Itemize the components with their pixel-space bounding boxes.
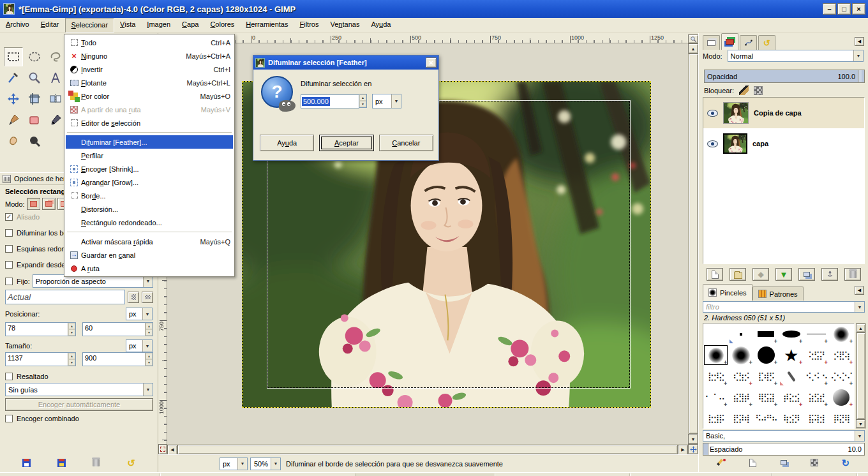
menu-item-a-ruta[interactable]: A ruta xyxy=(66,262,233,275)
brush-cell-line[interactable]: + xyxy=(804,324,828,345)
brush-cell-noise2[interactable]: ⣟⡽⢾ xyxy=(728,408,753,429)
tab-undo-history[interactable]: ↺ xyxy=(758,35,775,50)
raise-layer-button[interactable]: ◆ xyxy=(752,268,769,281)
menu-item-ninguno[interactable]: ×NingunoMayús+Ctrl+A xyxy=(66,49,233,63)
duplicate-brush-icon[interactable] xyxy=(777,457,790,468)
brush-cell-dots2[interactable]: ⢌⠢⡑⠌+ xyxy=(829,366,854,387)
brush-cell-splatter3[interactable]: ⣗⡺⣕+ xyxy=(703,366,728,387)
duplicate-layer-button[interactable] xyxy=(798,268,815,281)
menu-herramientas[interactable]: Herramientas xyxy=(240,18,294,33)
opacity-slider[interactable]: Opacidad 100.0 xyxy=(704,70,865,83)
menu-item-borde[interactable]: Borde... xyxy=(66,189,233,202)
new-brush-icon[interactable] xyxy=(747,457,760,468)
brush-cell-soft-big[interactable]: + xyxy=(728,345,753,366)
scroll-right-button[interactable]: ▶ xyxy=(678,445,688,455)
brush-cell-splatter5[interactable]: ⣏⢾⡫+ xyxy=(754,366,779,387)
status-zoom-combo[interactable]: 50%▼ xyxy=(250,457,281,470)
tab-brushes[interactable]: Pinceles xyxy=(703,284,752,301)
tool-ink[interactable] xyxy=(46,110,65,130)
delete-layer-button[interactable] xyxy=(844,268,861,281)
delete-brush-icon[interactable] xyxy=(808,457,821,468)
brush-cell-splatter2[interactable]: ⡪⣟⢵+ xyxy=(829,345,854,366)
brush-cell-star[interactable]: ★+ xyxy=(779,345,804,366)
scroll-up-button[interactable]: ▲ xyxy=(688,43,698,54)
guides-combo[interactable]: Sin guías▼ xyxy=(5,383,153,396)
menu-item-rectángulo-redondeado[interactable]: Rectángulo redondeado... xyxy=(66,216,233,229)
menu-item-difuminar-feather[interactable]: Difuminar [Feather]... xyxy=(66,135,233,149)
landscape-button[interactable] xyxy=(142,292,153,303)
brush-cell-texture1[interactable]: ⣵⣫⣞+ xyxy=(804,387,828,408)
mode-replace-button[interactable] xyxy=(27,198,40,210)
layer-group-button[interactable] xyxy=(730,268,746,281)
brush-cell[interactable] xyxy=(703,324,728,345)
portrait-button[interactable] xyxy=(128,292,139,303)
maximize-button[interactable]: □ xyxy=(837,3,851,15)
brush-cell-noise3[interactable]: ⢷⣪⡻ xyxy=(779,408,804,429)
brush-cell-dot[interactable] xyxy=(728,324,753,345)
menu-item-por-color[interactable]: Por colorMayús+O xyxy=(66,89,233,103)
brush-scrollbar[interactable]: ▲ ▼ xyxy=(856,323,866,429)
fixed-checkbox[interactable] xyxy=(5,278,13,285)
tool-smudge[interactable] xyxy=(4,131,23,151)
brush-cell-dots1[interactable]: ⠪⡐⠅⠢+ xyxy=(804,366,828,387)
menu-imagen[interactable]: Imagen xyxy=(141,18,176,33)
spacing-slider[interactable]: Espaciado 10.0 xyxy=(703,443,865,456)
scroll-down-button[interactable]: ▼ xyxy=(688,434,698,444)
menu-item-guardar-en-canal[interactable]: Guardar en canal xyxy=(66,248,233,262)
horizontal-scrollbar[interactable]: ◀ ▶ xyxy=(167,444,688,454)
brush-cell-ellipse[interactable]: + xyxy=(779,324,804,345)
lock-alpha-icon[interactable] xyxy=(754,86,763,95)
tool-rectangle-select[interactable] xyxy=(4,47,23,66)
auto-shrink-button[interactable]: Encoger automáticamente xyxy=(5,398,153,411)
brush-cell-sparse[interactable]: ⠂⠈⠠⠄+ xyxy=(703,387,728,408)
size-width-input[interactable]: 1137▲▼ xyxy=(5,352,76,366)
refresh-brushes-icon[interactable]: ↻ xyxy=(839,457,852,468)
horizontal-scroll-thumb[interactable] xyxy=(177,445,678,454)
layer-name[interactable]: Copia de capa xyxy=(754,109,802,117)
opacity-grip[interactable] xyxy=(858,70,862,82)
minimize-button[interactable]: – xyxy=(823,3,836,15)
new-layer-button[interactable] xyxy=(707,268,723,281)
tool-ellipse-select[interactable] xyxy=(25,47,44,66)
position-unit-combo[interactable]: px▼ xyxy=(126,308,153,320)
brush-cell-noise4[interactable]: ⣯⢽⣺ xyxy=(804,408,828,429)
brush-cell-cells2[interactable]: ⢿⣫⣽+ xyxy=(754,387,779,408)
tool-zoom[interactable] xyxy=(25,68,44,87)
brush-scroll-down[interactable]: ▼ xyxy=(856,419,865,428)
save-options-icon[interactable] xyxy=(20,457,33,468)
tool-dodge-burn[interactable] xyxy=(25,131,44,151)
feather-unit-combo[interactable]: px▼ xyxy=(372,94,401,108)
menu-item-activar-máscara-rápida[interactable]: Activar máscara rápidaMayús+Q xyxy=(66,235,233,248)
rounded-corners-checkbox[interactable]: Esquinas redonde xyxy=(5,245,73,253)
menu-item-encoger-shrink[interactable]: Encoger [Shrink]... xyxy=(66,162,233,175)
restore-options-icon[interactable] xyxy=(55,457,68,468)
ayuda-button[interactable]: Ayuda xyxy=(260,135,314,151)
highlight-checkbox[interactable]: Resaltado xyxy=(5,373,49,380)
mode-add-button[interactable] xyxy=(42,198,56,210)
feather-amount-input[interactable]: 500.000 xyxy=(301,94,359,108)
aceptar-button[interactable]: Aceptar xyxy=(319,135,373,151)
layer-row[interactable]: Copia de capa xyxy=(703,98,864,128)
tool-flip[interactable] xyxy=(46,89,65,108)
layer-row[interactable]: capa xyxy=(703,128,864,159)
layer-name[interactable]: capa xyxy=(752,140,768,147)
brush-group-combo[interactable]: Basic,▼ xyxy=(703,430,865,442)
cancelar-button[interactable]: Cancelar xyxy=(379,135,433,151)
status-unit-combo[interactable]: px▼ xyxy=(220,457,248,470)
brush-cell-noise5[interactable]: ⡿⣝⢿ xyxy=(829,408,854,429)
lower-layer-button[interactable]: ▼ xyxy=(775,268,792,281)
feather-edges-checkbox[interactable]: Difuminar los bor xyxy=(5,229,70,237)
zoom-follow-window-toggle[interactable] xyxy=(688,34,698,43)
brush-cell-soft[interactable]: + xyxy=(703,345,728,366)
tool-measure[interactable] xyxy=(46,68,65,87)
horizontal-ruler[interactable]: 025050075010001250 xyxy=(167,34,688,43)
brush-cell-cells1[interactable]: ⣮⣻⡾+ xyxy=(728,387,753,408)
menu-seleccionar[interactable]: Seleccionar xyxy=(65,18,115,33)
menu-item-agrandar-grow[interactable]: Agrandar [Grow]... xyxy=(66,175,233,189)
menu-item-a-partir-de-una-ruta[interactable]: A partir de una rutaMayús+V xyxy=(66,103,233,116)
vertical-scroll-thumb[interactable] xyxy=(689,54,698,434)
menu-item-distorsión[interactable]: Distorsión... xyxy=(66,202,233,216)
reset-options-icon[interactable]: ↺ xyxy=(125,457,138,468)
menu-ventanas[interactable]: Ventanas xyxy=(324,18,365,33)
menu-item-invertir[interactable]: InvertirCtrl+I xyxy=(66,63,233,76)
